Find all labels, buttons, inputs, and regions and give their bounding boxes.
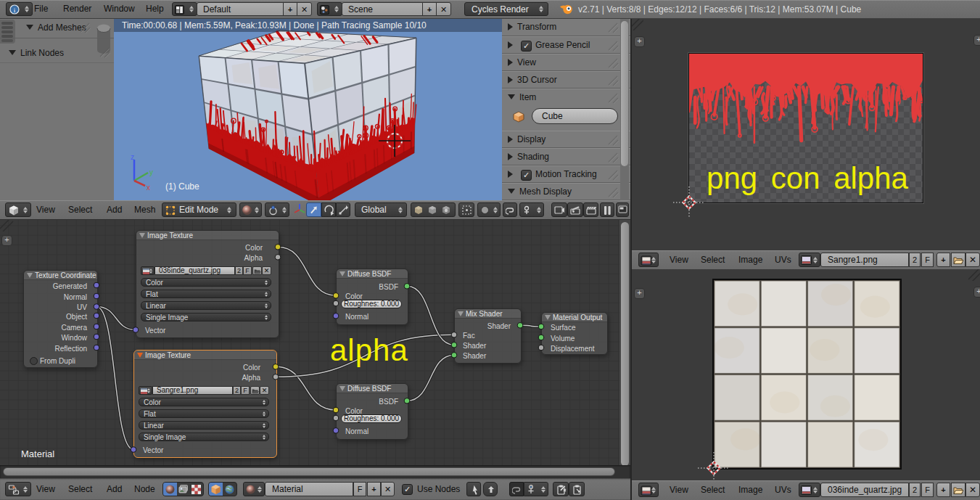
svg-text:y: y	[149, 168, 153, 176]
svg-text:x: x	[147, 184, 150, 192]
svg-text:z: z	[131, 154, 134, 161]
svg-text:png con alpha: png con alpha	[707, 161, 909, 195]
